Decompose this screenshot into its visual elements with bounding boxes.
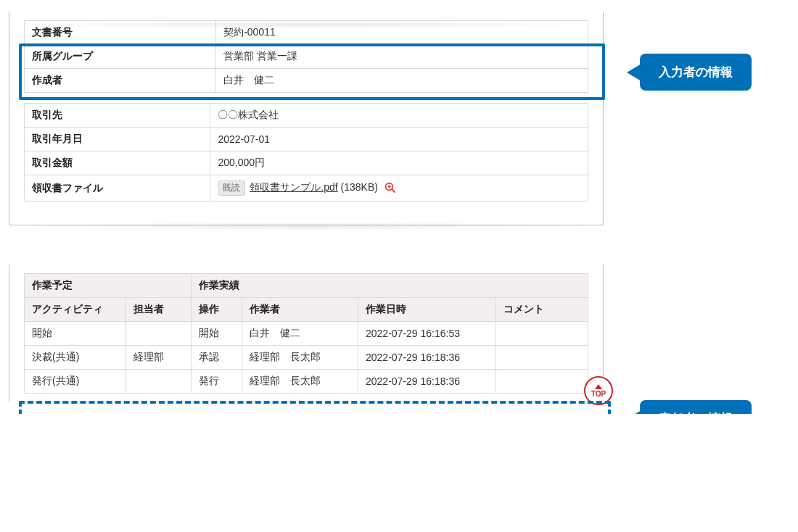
datetime-cell: 2022-07-29 16:18:36 bbox=[358, 370, 496, 394]
worker-cell: 経理部 長太郎 bbox=[242, 346, 358, 370]
top-button-label: TOP bbox=[591, 391, 606, 398]
creator-label: 作成者 bbox=[25, 69, 216, 93]
table-row: 取引先 〇〇株式会社 bbox=[25, 104, 588, 128]
work-history-header: 作業予定 作業実績 アクティビティ 担当者 操作 作業者 作業日時 コメント bbox=[25, 274, 588, 322]
comment-cell bbox=[496, 322, 588, 346]
worker-col: 作業者 bbox=[242, 298, 358, 322]
table-row: 発行(共通) 発行 経理部 長太郎 2022-07-29 16:18:36 bbox=[25, 370, 588, 394]
assignee-col: 担当者 bbox=[126, 298, 192, 322]
datetime-col: 作業日時 bbox=[358, 298, 496, 322]
table-row: 決裁(共通) 経理部 承認 経理部 長太郎 2022-07-29 16:18:3… bbox=[25, 346, 588, 370]
table-row: 領収書ファイル 既読 領収書サンプル.pdf (138KB) bbox=[25, 175, 588, 201]
work-history-table: 作業予定 作業実績 アクティビティ 担当者 操作 作業者 作業日時 コメント 開… bbox=[24, 273, 588, 394]
table-row: 取引年月日 2022-07-01 bbox=[25, 128, 588, 151]
activity-col: アクティビティ bbox=[25, 298, 126, 322]
date-label: 取引年月日 bbox=[25, 128, 210, 151]
receipt-file-label: 領収書ファイル bbox=[25, 175, 210, 201]
datetime-cell: 2022-07-29 16:16:53 bbox=[358, 322, 496, 346]
worker-cell: 経理部 長太郎 bbox=[242, 370, 358, 394]
table-row: 文書番号 契約-00011 bbox=[25, 21, 588, 45]
operation-cell: 開始 bbox=[192, 322, 242, 346]
assignee-cell bbox=[126, 370, 192, 394]
partner-value: 〇〇株式会社 bbox=[210, 104, 588, 128]
scroll-top-button[interactable]: TOP bbox=[584, 376, 613, 405]
activity-cell: 開始 bbox=[25, 322, 126, 346]
responsible-person-highlight-box bbox=[19, 401, 611, 414]
callout-arrow-icon bbox=[627, 64, 641, 81]
amount-value: 200,000円 bbox=[210, 151, 588, 175]
doc-number-value: 契約-00011 bbox=[216, 21, 588, 45]
table-row: 所属グループ 営業部 営業一課 bbox=[25, 45, 588, 69]
datetime-cell: 2022-07-29 16:18:36 bbox=[358, 346, 496, 370]
document-info-body: 文書番号 契約-00011 所属グループ 営業部 営業一課 作成者 白井 健二 bbox=[25, 21, 588, 93]
doc-number-label: 文書番号 bbox=[25, 21, 216, 45]
table-row: 作成者 白井 健二 bbox=[25, 69, 588, 93]
svg-line-1 bbox=[392, 189, 395, 192]
callout-arrow-icon bbox=[627, 410, 641, 415]
date-value: 2022-07-01 bbox=[210, 128, 588, 151]
planned-header: 作業予定 bbox=[25, 274, 192, 298]
table-header-row: 作業予定 作業実績 bbox=[25, 274, 588, 298]
responsible-person-callout: 責任者の情報 bbox=[640, 400, 752, 414]
table-row: 取引金額 200,000円 bbox=[25, 151, 588, 175]
upper-panel: 文書番号 契約-00011 所属グループ 営業部 営業一課 作成者 白井 健二 … bbox=[9, 12, 604, 225]
assignee-cell: 経理部 bbox=[126, 346, 192, 370]
amount-label: 取引金額 bbox=[25, 151, 210, 175]
responsible-person-callout-text: 責任者の情報 bbox=[659, 412, 733, 414]
receipt-file-cell: 既読 領収書サンプル.pdf (138KB) bbox=[210, 175, 588, 201]
input-person-callout-text: 入力者の情報 bbox=[659, 65, 733, 79]
transaction-table: 取引先 〇〇株式会社 取引年月日 2022-07-01 取引金額 200,000… bbox=[24, 103, 588, 201]
table-subheader-row: アクティビティ 担当者 操作 作業者 作業日時 コメント bbox=[25, 298, 588, 322]
input-person-callout: 入力者の情報 bbox=[640, 54, 752, 91]
operation-cell: 発行 bbox=[192, 370, 242, 394]
activity-cell: 決裁(共通) bbox=[25, 346, 126, 370]
lower-panel: 作業予定 作業実績 アクティビティ 担当者 操作 作業者 作業日時 コメント 開… bbox=[9, 265, 604, 402]
stage: 文書番号 契約-00011 所属グループ 営業部 営業一課 作成者 白井 健二 … bbox=[9, 12, 789, 402]
comment-cell bbox=[496, 370, 588, 394]
receipt-file-link[interactable]: 領収書サンプル.pdf bbox=[250, 181, 337, 193]
activity-cell: 発行(共通) bbox=[25, 370, 126, 394]
read-status-badge: 既読 bbox=[218, 180, 245, 196]
transaction-body: 取引先 〇〇株式会社 取引年月日 2022-07-01 取引金額 200,000… bbox=[25, 104, 588, 201]
receipt-file-size: (138KB) bbox=[341, 181, 378, 193]
group-value: 営業部 営業一課 bbox=[216, 45, 588, 69]
comment-cell bbox=[496, 346, 588, 370]
zoom-icon[interactable] bbox=[384, 181, 397, 194]
comment-col: コメント bbox=[496, 298, 588, 322]
assignee-cell bbox=[126, 322, 192, 346]
creator-value: 白井 健二 bbox=[216, 69, 588, 93]
work-history-body: 開始 開始 白井 健二 2022-07-29 16:16:53 決裁(共通) 経… bbox=[25, 322, 588, 394]
operation-cell: 承認 bbox=[192, 346, 242, 370]
group-label: 所属グループ bbox=[25, 45, 216, 69]
operation-col: 操作 bbox=[192, 298, 242, 322]
actual-header: 作業実績 bbox=[192, 274, 588, 298]
partner-label: 取引先 bbox=[25, 104, 210, 128]
worker-cell: 白井 健二 bbox=[242, 322, 358, 346]
table-row: 開始 開始 白井 健二 2022-07-29 16:16:53 bbox=[25, 322, 588, 346]
document-info-table: 文書番号 契約-00011 所属グループ 営業部 営業一課 作成者 白井 健二 bbox=[24, 20, 588, 93]
